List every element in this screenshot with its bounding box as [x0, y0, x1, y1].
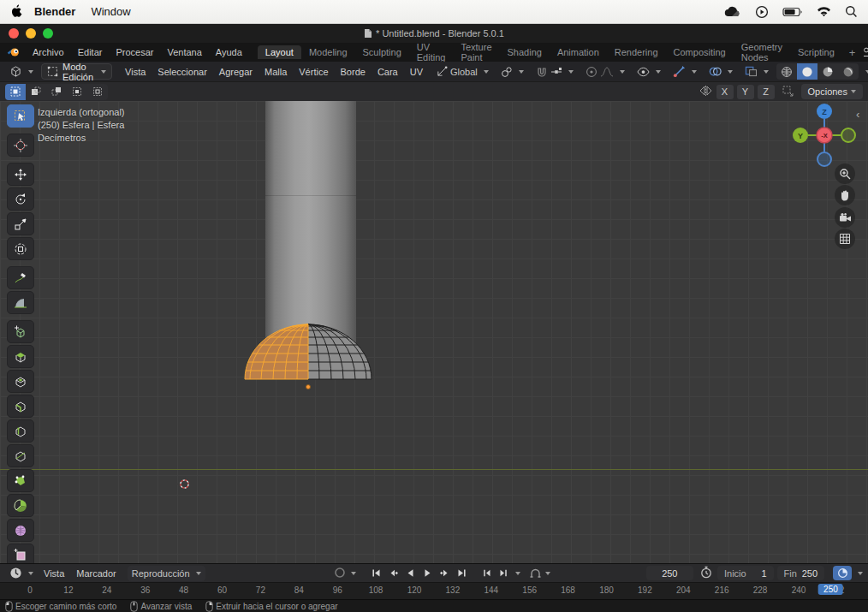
- tool-poly-build[interactable]: [7, 469, 34, 492]
- timeline-menu-marcador[interactable]: Marcador: [70, 568, 122, 579]
- gizmos-toggle[interactable]: [669, 64, 701, 80]
- workspace-tab-modeling[interactable]: Modeling: [301, 45, 355, 59]
- tool-rip-region[interactable]: [7, 544, 34, 563]
- options-dropdown[interactable]: Opciones: [801, 84, 863, 99]
- wifi-icon[interactable]: [817, 6, 831, 17]
- editor-type-button[interactable]: [5, 64, 38, 80]
- stopwatch-icon[interactable]: [700, 566, 712, 580]
- menu-malla[interactable]: Malla: [259, 67, 293, 77]
- solid-shading-button[interactable]: [797, 63, 817, 80]
- menu-ayuda[interactable]: Ayuda: [209, 47, 249, 57]
- auto-key-dropdown-caret[interactable]: [351, 572, 356, 575]
- select-subtract-button[interactable]: [46, 84, 67, 100]
- auto-key-button[interactable]: [334, 567, 346, 580]
- menu-vista[interactable]: Vista: [119, 67, 152, 77]
- tool-transform[interactable]: [7, 237, 34, 260]
- playback-menu[interactable]: Reproducción: [128, 566, 205, 581]
- ruler-tick-204[interactable]: 204: [676, 585, 691, 595]
- menu-seleccionar[interactable]: Seleccionar: [152, 67, 212, 77]
- mirror-x-toggle[interactable]: X: [716, 85, 734, 99]
- material-preview-shading-button[interactable]: [817, 63, 838, 80]
- ruler-tick-180[interactable]: 180: [599, 585, 614, 595]
- ruler-tick-240[interactable]: 240: [792, 585, 806, 595]
- mirror-z-toggle[interactable]: Z: [758, 85, 775, 99]
- tool-rotate[interactable]: [7, 187, 34, 211]
- tool-knife[interactable]: [7, 444, 34, 467]
- tool-inset-faces[interactable]: [7, 370, 34, 393]
- mirror-y-toggle[interactable]: Y: [737, 85, 754, 99]
- tool-annotate[interactable]: [7, 266, 34, 289]
- tool-measure[interactable]: [7, 291, 34, 314]
- ruler-tick-36[interactable]: 36: [140, 585, 150, 595]
- ruler-tick-156[interactable]: 156: [522, 585, 537, 595]
- ruler-tick-192[interactable]: 192: [638, 585, 652, 595]
- frame-start-field[interactable]: Inicio1: [717, 566, 774, 580]
- ruler-tick-144[interactable]: 144: [484, 585, 498, 595]
- tool-scale[interactable]: [7, 212, 34, 235]
- jump-end-button[interactable]: [454, 566, 470, 580]
- apple-menu-icon[interactable]: [10, 4, 22, 20]
- tool-extrude-region[interactable]: [7, 345, 34, 368]
- ruler-tick-120[interactable]: 120: [407, 585, 422, 595]
- ruler-tick-96[interactable]: 96: [333, 585, 342, 595]
- visibility-popover[interactable]: [633, 64, 665, 80]
- pan-icon[interactable]: [835, 185, 855, 205]
- menu-procesar[interactable]: Procesar: [109, 47, 160, 57]
- select-invert-button[interactable]: [67, 84, 87, 100]
- xray-toggle[interactable]: [740, 64, 773, 80]
- ruler-tick-132[interactable]: 132: [446, 585, 461, 595]
- navigation-gizmo[interactable]: Z Y -X: [790, 101, 859, 169]
- timeline-editor-type-button[interactable]: [5, 566, 38, 581]
- frame-step-dropdown-caret[interactable]: [515, 572, 520, 575]
- timeline-ruler[interactable]: 0122436486072849610812013214415616818019…: [0, 582, 868, 599]
- zoom-icon[interactable]: [835, 163, 855, 184]
- snapping-controls[interactable]: [532, 64, 578, 80]
- workspace-tab-sculpting[interactable]: Sculpting: [355, 45, 409, 59]
- menu-ventana[interactable]: Ventana: [160, 47, 208, 57]
- add-workspace-button[interactable]: +: [842, 46, 863, 59]
- tool-spin[interactable]: [7, 494, 34, 517]
- tool-bevel[interactable]: [7, 395, 34, 418]
- menu-cara[interactable]: Cara: [372, 67, 404, 77]
- menu-archivo[interactable]: Archivo: [26, 47, 71, 57]
- tool-move[interactable]: [7, 163, 34, 186]
- loop-button[interactable]: [529, 567, 550, 579]
- jump-start-button[interactable]: [368, 566, 384, 580]
- mode-dropdown[interactable]: Modo Edición: [41, 63, 112, 80]
- battery-icon[interactable]: [782, 7, 803, 17]
- playhead[interactable]: 250: [818, 584, 843, 595]
- grid-icon[interactable]: [835, 229, 855, 249]
- workspace-tab-rendering[interactable]: Rendering: [607, 45, 666, 59]
- gizmo-z-neg-axis[interactable]: [817, 152, 831, 166]
- macos-window-menu[interactable]: Window: [91, 5, 130, 18]
- timeline-sync-toggle[interactable]: [833, 566, 852, 580]
- select-intersect-button[interactable]: [87, 84, 108, 100]
- proportional-editing-controls[interactable]: [581, 64, 629, 80]
- workspace-tab-layout[interactable]: Layout: [258, 45, 301, 59]
- workspace-tab-texture-paint[interactable]: Texture Paint: [453, 40, 499, 64]
- correct-face-attributes-icon[interactable]: [782, 85, 794, 98]
- camera-icon[interactable]: [835, 207, 855, 228]
- menu-borde[interactable]: Borde: [335, 67, 372, 77]
- gizmo-y-neg-axis[interactable]: [841, 128, 855, 142]
- ruler-tick-216[interactable]: 216: [715, 585, 729, 595]
- 3d-cursor[interactable]: [177, 477, 192, 491]
- workspace-tab-geometry-nodes[interactable]: Geometry Nodes: [734, 40, 790, 64]
- current-frame-field[interactable]: 250: [646, 566, 693, 580]
- menu-v-rtice[interactable]: Vértice: [293, 67, 334, 77]
- transform-orientation-dropdown[interactable]: Global: [432, 64, 493, 80]
- ruler-tick-24[interactable]: 24: [102, 585, 111, 595]
- play-reverse-button[interactable]: [402, 566, 419, 580]
- tool-loop-cut[interactable]: [7, 419, 34, 443]
- play-button[interactable]: [419, 566, 436, 580]
- tool-add-cube[interactable]: [7, 320, 34, 343]
- step-forward-button[interactable]: [496, 566, 512, 580]
- ruler-tick-48[interactable]: 48: [179, 585, 188, 595]
- 3d-viewport[interactable]: Izquierda (ortogonal)(250) Esfera | Esfe…: [0, 101, 868, 563]
- scene-icon[interactable]: [862, 46, 868, 59]
- overlays-toggle[interactable]: [705, 64, 737, 80]
- select-set-button[interactable]: [5, 84, 26, 100]
- next-keyframe-button[interactable]: [437, 566, 453, 580]
- workspace-tab-compositing[interactable]: Compositing: [666, 45, 734, 59]
- ruler-tick-84[interactable]: 84: [294, 585, 304, 595]
